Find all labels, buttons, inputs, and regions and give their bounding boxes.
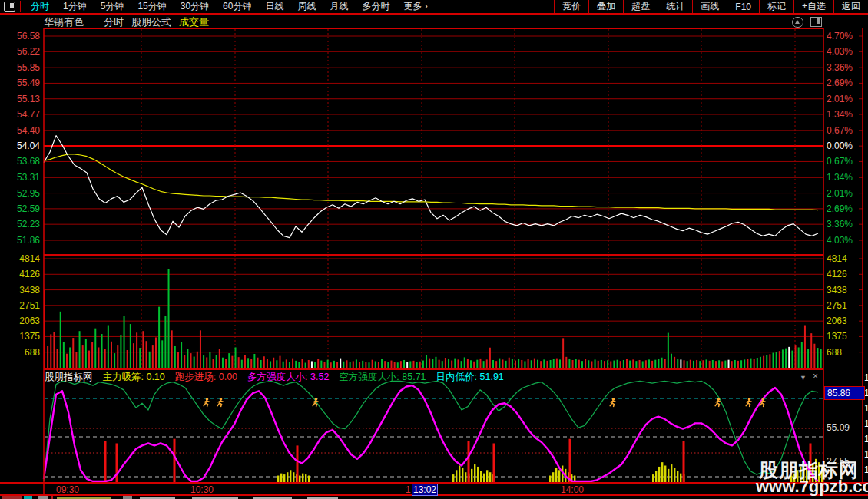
volume-axis-label: 2751 <box>2 301 40 310</box>
pct-axis-label: 1.34% <box>827 110 862 119</box>
pct-axis-label: 4.03% <box>827 236 862 245</box>
price-axis-label: 53.68 <box>2 157 40 166</box>
statusbar-sliver <box>2 496 22 499</box>
volume-axis-label: 2063 <box>2 316 40 326</box>
pct-axis-label: 4.03% <box>827 47 862 56</box>
statusbar-sliver <box>24 496 32 499</box>
indicator-dropdown-icon[interactable]: ▼ <box>800 374 807 382</box>
indicator-fields: 主力吸筹: 0.10跑步进场: 0.00多方强度大小: 3.52空方强度大小: … <box>103 372 504 383</box>
pct-axis-label: 2.69% <box>827 204 862 213</box>
volume-axis-label: 4814 <box>2 254 40 263</box>
pct-axis-label: 2.69% <box>827 78 862 88</box>
volume-axis-label: 688 <box>2 348 40 357</box>
statusbar-sliver <box>123 496 132 499</box>
indicator-field: 日内低价: 51.91 <box>436 372 504 383</box>
chart-canvas[interactable]: 1111111 <box>0 0 868 499</box>
indicator-header: 股朋指标网 主力吸筹: 0.10跑步进场: 0.00多方强度大小: 3.52空方… <box>45 372 504 383</box>
price-axis-label: 56.58 <box>2 31 40 41</box>
statusbar-sliver <box>38 496 48 499</box>
price-axis-label: 55.85 <box>2 63 40 72</box>
volume-axis-label: 3438 <box>2 286 40 295</box>
svg-text:1: 1 <box>864 418 868 429</box>
time-axis-label: 09:30 <box>51 484 84 495</box>
volume-axis-label: 2751 <box>827 301 862 310</box>
pct-axis-label: 0.67% <box>827 157 862 166</box>
svg-text:1: 1 <box>864 449 868 460</box>
indicator-close-icon[interactable]: × <box>813 372 818 382</box>
indicator-scale-label: 55.09 <box>827 422 850 433</box>
svg-text:1: 1 <box>864 372 868 383</box>
volume-axis-label: 4126 <box>827 269 862 279</box>
price-axis-label: 51.86 <box>2 236 40 245</box>
price-axis-label: 53.31 <box>2 173 40 182</box>
price-axis-label: 52.95 <box>2 189 40 198</box>
pct-axis-label: 1.34% <box>827 173 862 182</box>
pct-axis-label: 2.01% <box>827 189 862 198</box>
indicator-field: 多方强度大小: 3.52 <box>247 372 329 383</box>
volume-axis-label: 2063 <box>827 316 862 326</box>
pct-axis-label: 4.70% <box>827 31 862 41</box>
price-axis-label: 56.22 <box>2 47 40 56</box>
indicator-field: 空方强度大小: 85.71 <box>339 372 426 383</box>
volume-axis-label: 1375 <box>827 332 862 341</box>
svg-text:1: 1 <box>864 403 868 414</box>
time-cursor-badge: 13:02 <box>412 484 438 496</box>
price-axis-label: 54.40 <box>2 126 40 135</box>
price-axis-label: 54.77 <box>2 110 40 119</box>
pct-axis-label: 3.36% <box>827 220 862 229</box>
pct-axis-label: 3.36% <box>827 63 862 72</box>
time-axis-label: 10:30 <box>185 484 219 495</box>
volume-axis-label: 3438 <box>827 286 862 295</box>
svg-text:1: 1 <box>864 464 868 475</box>
pct-axis-label: 0.67% <box>827 126 862 135</box>
svg-text:1: 1 <box>864 434 868 444</box>
volume-axis-label: 688 <box>827 348 862 357</box>
price-axis-label: 55.49 <box>2 78 40 88</box>
statusbar-sliver <box>51 496 53 499</box>
price-axis-label: 52.59 <box>2 204 40 213</box>
price-axis-label: 52.23 <box>2 220 40 229</box>
trading-app-window: { "menubar": { "tabs": ["分时","1分钟","5分钟"… <box>0 0 868 499</box>
indicator-current-value: 85.86 <box>824 386 865 400</box>
indicator-title[interactable]: 股朋指标网 <box>45 372 93 383</box>
volume-axis-label: 4126 <box>2 269 40 279</box>
price-axis-label: 55.13 <box>2 94 40 104</box>
price-axis-label: 54.04 <box>2 141 40 150</box>
pct-axis-label: 2.01% <box>827 94 862 104</box>
volume-axis-label: 4814 <box>827 254 862 263</box>
volume-axis-label: 1375 <box>2 332 40 341</box>
indicator-field: 主力吸筹: 0.10 <box>103 372 165 383</box>
pct-axis-label: 0.00% <box>827 141 862 150</box>
indicator-field: 跑步进场: 0.00 <box>175 372 237 383</box>
time-axis-label: 14:00 <box>555 484 589 495</box>
watermark-url: www.7gpzb.com <box>756 477 868 497</box>
